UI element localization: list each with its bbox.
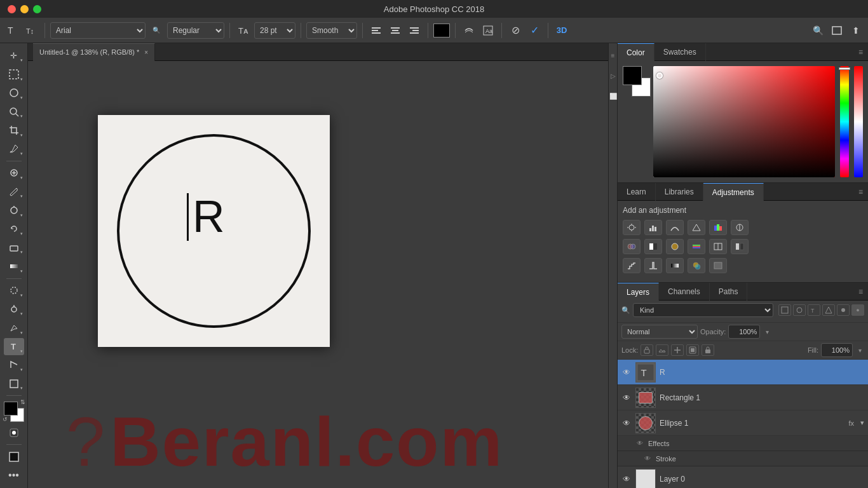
font-style-select[interactable]: Regular <box>167 22 224 39</box>
layers-panel-options[interactable]: ≡ <box>853 283 868 300</box>
posterize-adj-btn[interactable] <box>623 258 641 273</box>
black-white-adj-btn[interactable] <box>644 239 662 254</box>
exposure-adj-btn[interactable] <box>688 220 705 235</box>
3d-view-button[interactable]: ⬜ <box>609 86 618 105</box>
quick-select-tool[interactable]: ▾ <box>4 103 24 120</box>
hue-slider[interactable] <box>840 66 849 177</box>
lock-artboard-btn[interactable] <box>686 344 699 356</box>
minimize-button[interactable] <box>20 5 29 13</box>
vibrance-adj-btn[interactable] <box>709 220 727 235</box>
warp-text-button[interactable] <box>461 22 477 39</box>
opacity-stepper[interactable]: ▾ <box>763 326 771 337</box>
sub-layer-stroke[interactable]: 👁 Stroke <box>618 451 868 466</box>
character-panel-button[interactable]: Aa <box>480 22 496 39</box>
cancel-transform-button[interactable]: ⊘ <box>507 22 524 39</box>
pen-tool[interactable]: ▾ <box>4 319 24 336</box>
font-family-select[interactable]: Arial <box>50 22 146 39</box>
saturation-slider[interactable] <box>854 66 863 177</box>
window-controls[interactable] <box>8 5 41 13</box>
color-tab[interactable]: Color <box>618 43 654 61</box>
layers-tab[interactable]: Layers <box>618 283 659 301</box>
font-size-select[interactable]: 28 pt <box>254 22 295 39</box>
collapse-panels-button[interactable]: ▷ <box>609 66 618 85</box>
filter-shape-btn[interactable] <box>822 304 835 316</box>
lock-position-btn[interactable] <box>671 344 684 356</box>
type-tool-options-icon[interactable]: T↕ <box>23 22 39 39</box>
3d-button[interactable]: 3D <box>553 22 570 39</box>
hue-sat-adj-btn[interactable] <box>731 220 749 235</box>
layer-expand-btn-ellipse1[interactable]: ▾ <box>860 419 864 427</box>
curves-adj-btn[interactable] <box>666 220 684 235</box>
layers-kind-select[interactable]: Kind <box>633 303 773 317</box>
type-tool-large-icon[interactable]: T <box>4 22 20 39</box>
color-panel-options[interactable]: ≡ <box>853 43 868 60</box>
color-balance-adj-btn[interactable] <box>623 239 641 254</box>
threshold-adj-btn[interactable] <box>644 258 662 273</box>
color-lookup-adj-btn[interactable] <box>709 239 727 254</box>
lasso-tool[interactable]: ▾ <box>4 85 24 102</box>
fill-stepper[interactable]: ▾ <box>855 344 864 356</box>
filter-toggle-btn[interactable]: ● <box>851 304 864 316</box>
healing-tool[interactable]: ▾ <box>4 165 24 182</box>
quick-mask-button[interactable] <box>4 424 24 441</box>
invert-adj-btn[interactable] <box>731 239 749 254</box>
layer-item-rectangle1[interactable]: 👁 Rectangle 1 <box>618 385 868 410</box>
reset-colors-icon[interactable]: ↺ <box>3 416 8 423</box>
eyedropper-tool[interactable]: ▾ <box>4 140 24 158</box>
foreground-swatch[interactable] <box>623 66 642 85</box>
share-button[interactable]: ⬆ <box>848 22 864 39</box>
maximize-button[interactable] <box>33 5 41 13</box>
blend-mode-select[interactable]: Normal <box>621 325 698 339</box>
channels-tab[interactable]: Channels <box>659 283 710 301</box>
sub-layer-effects[interactable]: 👁 Effects <box>618 436 868 451</box>
panels-toggle-button[interactable]: ≡ <box>609 46 618 65</box>
crop-tool[interactable]: ▾ <box>4 121 24 139</box>
clone-stamp-tool[interactable]: ▾ <box>4 201 24 219</box>
blur-tool[interactable]: ▾ <box>4 282 24 299</box>
move-tool[interactable]: ✛ ▾ <box>4 47 24 64</box>
align-center-button[interactable] <box>387 22 403 39</box>
layer-visibility-ellipse1[interactable]: 👁 <box>621 418 632 428</box>
levels-adj-btn[interactable] <box>644 220 662 235</box>
gradient-map-adj-btn[interactable] <box>666 258 684 273</box>
adjustments-panel-options[interactable]: ≡ <box>853 183 868 200</box>
close-button[interactable] <box>8 5 16 13</box>
swap-colors-icon[interactable]: ⇅ <box>20 399 25 405</box>
color-gradient[interactable] <box>653 66 835 177</box>
history-brush-tool[interactable]: ▾ <box>4 220 24 238</box>
lock-all-btn[interactable] <box>702 344 714 356</box>
fill-input[interactable] <box>821 343 853 357</box>
sub-layer-vis-stroke[interactable]: 👁 <box>643 454 652 463</box>
close-tab-icon[interactable]: × <box>144 49 148 56</box>
more-tools-button[interactable]: ••• <box>4 467 24 484</box>
commit-transform-button[interactable]: ✓ <box>526 22 543 39</box>
foreground-color-swatch[interactable] <box>4 402 18 416</box>
filter-smart-btn[interactable] <box>837 304 850 316</box>
sub-layer-vis-effects[interactable]: 👁 <box>635 439 644 448</box>
layer-item-ellipse1[interactable]: 👁 Ellipse 1 fx ▾ <box>618 410 868 436</box>
layer-visibility-rectangle1[interactable]: 👁 <box>621 393 632 403</box>
opacity-input[interactable] <box>728 325 760 339</box>
layer-visibility-r[interactable]: 👁 <box>621 367 632 377</box>
align-right-button[interactable] <box>406 22 423 39</box>
eraser-tool[interactable]: ▾ <box>4 239 24 256</box>
screen-mode-button[interactable] <box>829 22 845 39</box>
swatches-tab[interactable]: Swatches <box>654 43 706 61</box>
lock-image-btn[interactable] <box>656 344 668 356</box>
screen-mode-tool[interactable] <box>4 448 24 465</box>
learn-tab[interactable]: Learn <box>618 183 656 201</box>
layer-item-r[interactable]: 👁 T R <box>618 360 868 385</box>
text-color-swatch[interactable] <box>433 24 450 37</box>
type-tool[interactable]: T ▾ <box>4 338 24 355</box>
channel-mixer-adj-btn[interactable] <box>688 239 705 254</box>
solid-color-adj-btn[interactable] <box>709 258 727 273</box>
adjustments-tab[interactable]: Adjustments <box>703 183 764 201</box>
lock-transparent-btn[interactable] <box>641 344 653 356</box>
brush-tool[interactable]: ▾ <box>4 183 24 200</box>
search-button[interactable]: 🔍 <box>810 22 826 39</box>
anti-alias-select[interactable]: Smooth <box>306 22 357 39</box>
align-left-button[interactable] <box>368 22 384 39</box>
font-size-icon[interactable]: Tᴀ <box>235 22 252 39</box>
filter-pixel-btn[interactable] <box>778 304 791 316</box>
path-select-tool[interactable]: ▾ <box>4 356 24 374</box>
